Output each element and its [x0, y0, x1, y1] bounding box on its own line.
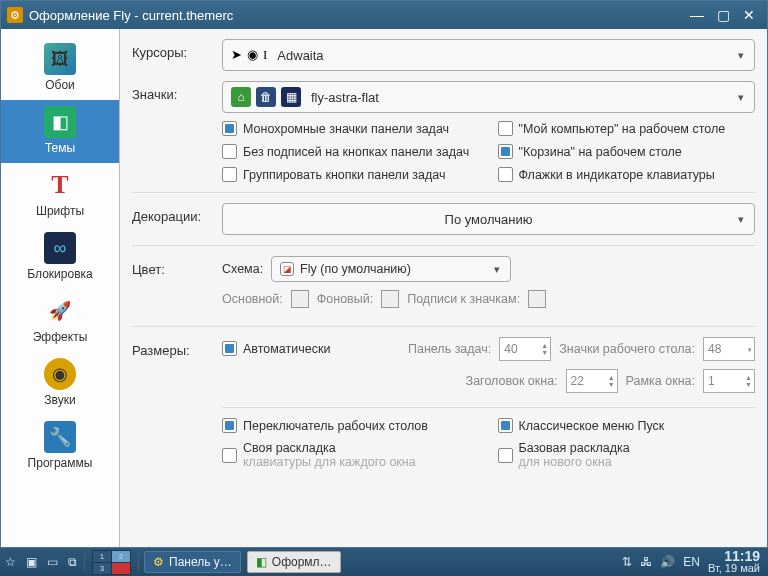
network-icon[interactable]: 🖧: [640, 555, 652, 569]
sidebar-item-wallpaper[interactable]: 🖼 Обои: [1, 37, 119, 100]
icons-value: fly-astra-flat: [311, 90, 379, 105]
icons-combo[interactable]: ⌂ 🗑 ▦ fly-astra-flat ▾: [222, 81, 755, 113]
check-classic-start[interactable]: Классическое меню Пуск: [498, 418, 756, 433]
sidebar-item-label: Блокировка: [27, 267, 92, 281]
minimize-button[interactable]: —: [685, 5, 709, 25]
home-icon: ⌂: [231, 87, 251, 107]
icons-label: Значки:: [132, 81, 222, 102]
panel-size-spin[interactable]: 40▲▼: [499, 337, 551, 361]
check-base-layout[interactable]: Базовая раскладкадля нового окна: [498, 441, 756, 469]
bg-color-label: Фоновый:: [317, 292, 373, 306]
show-desktop-button[interactable]: ▣: [21, 548, 42, 576]
sidebar-item-label: Обои: [45, 78, 75, 92]
check-mono-taskbar[interactable]: Монохромные значки панели задач: [222, 121, 480, 136]
bg-color-swatch[interactable]: [381, 290, 399, 308]
programs-icon: 🔧: [44, 421, 76, 453]
chevron-down-icon: ▾: [738, 213, 744, 226]
wintitle-size-label: Заголовок окна:: [466, 374, 558, 388]
lock-icon: ∞: [44, 232, 76, 264]
cursor-busy-icon: ◉: [247, 47, 258, 63]
sidebar-item-label: Программы: [28, 456, 93, 470]
scheme-value: Fly (по умолчанию): [300, 262, 411, 276]
wallpaper-icon: 🖼: [44, 43, 76, 75]
trash-icon: 🗑: [256, 87, 276, 107]
sidebar-item-themes[interactable]: ◧ Темы: [1, 100, 119, 163]
gear-icon: ⚙: [153, 555, 164, 569]
usb-icon[interactable]: ⇅: [622, 555, 632, 569]
system-tray: ⇅ 🖧 🔊 EN 11:19 Вт, 19 май: [614, 550, 768, 574]
check-desktop-switcher[interactable]: Переключатель рабочих столов: [222, 418, 480, 433]
decorations-label: Декорации:: [132, 203, 222, 224]
app-window: ⚙ Оформление Fly - current.themerc — ▢ ✕…: [0, 0, 768, 548]
primary-color-label: Основной:: [222, 292, 283, 306]
check-trash-desktop[interactable]: "Корзина" на рабочем столе: [498, 144, 756, 159]
titlebar: ⚙ Оформление Fly - current.themerc — ▢ ✕: [1, 1, 767, 29]
app-icon: ⚙: [7, 7, 23, 23]
sidebar: 🖼 Обои ◧ Темы T Шрифты ∞ Блокировка 🚀 Эф…: [1, 29, 120, 547]
winframe-size-spin[interactable]: 1▲▼: [703, 369, 755, 393]
volume-icon[interactable]: 🔊: [660, 555, 675, 569]
clock[interactable]: 11:19 Вт, 19 май: [708, 550, 760, 574]
sidebar-item-label: Шрифты: [36, 204, 84, 218]
keyboard-layout[interactable]: EN: [683, 555, 700, 569]
scheme-label: Схема:: [222, 262, 263, 276]
primary-color-swatch[interactable]: [291, 290, 309, 308]
decorations-combo[interactable]: По умолчанию ▾: [222, 203, 755, 235]
sidebar-item-programs[interactable]: 🔧 Программы: [1, 415, 119, 478]
check-own-layout[interactable]: Своя раскладкаклавиатуры для каждого окн…: [222, 441, 480, 469]
themes-icon: ◧: [44, 106, 76, 138]
windows-button[interactable]: ⧉: [63, 548, 82, 576]
effects-icon: 🚀: [44, 295, 76, 327]
cursors-label: Курсоры:: [132, 39, 222, 60]
cursors-value: Adwaita: [277, 48, 323, 63]
wintitle-size-spin[interactable]: 22▲▼: [566, 369, 618, 393]
check-mycomputer-desktop[interactable]: "Мой компьютер" на рабочем столе: [498, 121, 756, 136]
sidebar-item-lock[interactable]: ∞ Блокировка: [1, 226, 119, 289]
chevron-down-icon: ▾: [494, 263, 500, 276]
cursor-text-icon: I: [263, 47, 267, 63]
content-pane: Курсоры: ➤ ◉ I Adwaita ▾ Значки:: [120, 29, 767, 547]
sizes-label: Размеры:: [132, 337, 222, 358]
display-icon: ▦: [281, 87, 301, 107]
check-keyboard-flags[interactable]: Флажки в индикаторе клавиатуры: [498, 167, 756, 182]
sidebar-item-effects[interactable]: 🚀 Эффекты: [1, 289, 119, 352]
decorations-value: По умолчанию: [445, 212, 533, 227]
check-no-labels[interactable]: Без подписей на кнопках панели задач: [222, 144, 480, 159]
check-auto-sizes[interactable]: Автоматически: [222, 341, 330, 356]
filemanager-button[interactable]: ▭: [42, 548, 63, 576]
sidebar-item-fonts[interactable]: T Шрифты: [1, 163, 119, 226]
check-group-taskbar[interactable]: Группировать кнопки панели задач: [222, 167, 480, 182]
iconlabels-color-label: Подписи к значкам:: [407, 292, 520, 306]
iconlabels-color-swatch[interactable]: [528, 290, 546, 308]
winframe-size-label: Рамка окна:: [626, 374, 695, 388]
sidebar-item-label: Звуки: [44, 393, 75, 407]
cursor-arrow-icon: ➤: [231, 47, 242, 63]
taskbar-task-appearance[interactable]: ◧ Оформл…: [247, 551, 341, 573]
maximize-button[interactable]: ▢: [711, 5, 735, 25]
chevron-down-icon: ▾: [738, 91, 744, 104]
color-label: Цвет:: [132, 256, 222, 277]
start-button[interactable]: ☆: [0, 548, 21, 576]
chevron-down-icon: ▾: [738, 49, 744, 62]
sidebar-item-sounds[interactable]: ◉ Звуки: [1, 352, 119, 415]
fonts-icon: T: [44, 169, 76, 201]
deskicons-size-label: Значки рабочего стола:: [559, 342, 695, 356]
appearance-icon: ◧: [256, 555, 267, 569]
sidebar-item-label: Темы: [45, 141, 75, 155]
scheme-combo[interactable]: ◪ Fly (по умолчанию) ▾: [271, 256, 511, 282]
deskicons-size-spin[interactable]: 48▾: [703, 337, 755, 361]
close-button[interactable]: ✕: [737, 5, 761, 25]
sounds-icon: ◉: [44, 358, 76, 390]
workspace-pager[interactable]: 13 2: [87, 548, 136, 576]
panel-size-label: Панель задач:: [408, 342, 491, 356]
sidebar-item-label: Эффекты: [33, 330, 88, 344]
taskbar: ☆ ▣ ▭ ⧉ 13 2 ⚙ Панель у… ◧ Оформл… ⇅ 🖧 🔊…: [0, 548, 768, 576]
cursors-combo[interactable]: ➤ ◉ I Adwaita ▾: [222, 39, 755, 71]
taskbar-task-panel[interactable]: ⚙ Панель у…: [144, 551, 241, 573]
window-title: Оформление Fly - current.themerc: [29, 8, 683, 23]
scheme-icon: ◪: [280, 262, 294, 276]
